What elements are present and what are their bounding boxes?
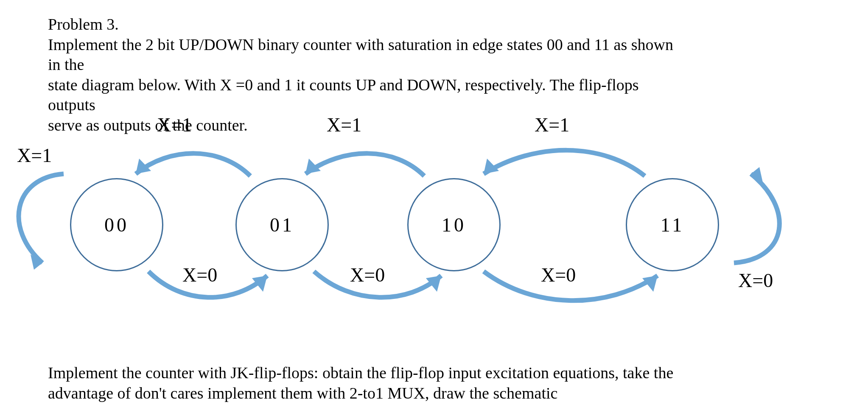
label-10-to-11: X=0 [541, 264, 576, 286]
label-01-to-10: X=0 [350, 264, 385, 286]
problem-line-2: state diagram below. With X =0 and 1 it … [48, 76, 639, 114]
page: Problem 3. Implement the 2 bit UP/DOWN b… [0, 0, 868, 413]
problem-instruction: Implement the counter with JK-flip-flops… [48, 363, 684, 403]
problem-line-1: Implement the 2 bit UP/DOWN binary count… [48, 36, 673, 74]
state-diagram: X=1 X=0 00 01 10 11 X=1 X=1 X=1 [0, 110, 868, 348]
label-selfloop-00: X=1 [17, 144, 52, 167]
label-00-to-01: X=0 [182, 264, 217, 286]
arrow-self-loop-11 [717, 165, 802, 276]
problem-title: Problem 3. [48, 14, 684, 35]
arrow-01-to-00 [119, 146, 280, 197]
bottom-line-1: Implement the counter with JK-flip-flops… [48, 364, 673, 382]
state-10-label: 10 [442, 214, 466, 236]
bottom-line-2: advantage of don't cares implement them … [48, 384, 557, 402]
label-11-to-10: X=1 [535, 114, 569, 136]
label-01-to-00: X=1 [157, 114, 192, 136]
label-10-to-01: X=1 [327, 114, 361, 136]
label-selfloop-11: X=0 [738, 269, 773, 292]
state-01-label: 01 [270, 214, 294, 236]
arrow-11-to-10 [467, 146, 679, 197]
state-11-label: 11 [661, 214, 684, 236]
state-00-label: 00 [104, 214, 129, 236]
arrow-10-to-01 [288, 146, 458, 197]
arrow-10-to-11 [467, 254, 687, 310]
